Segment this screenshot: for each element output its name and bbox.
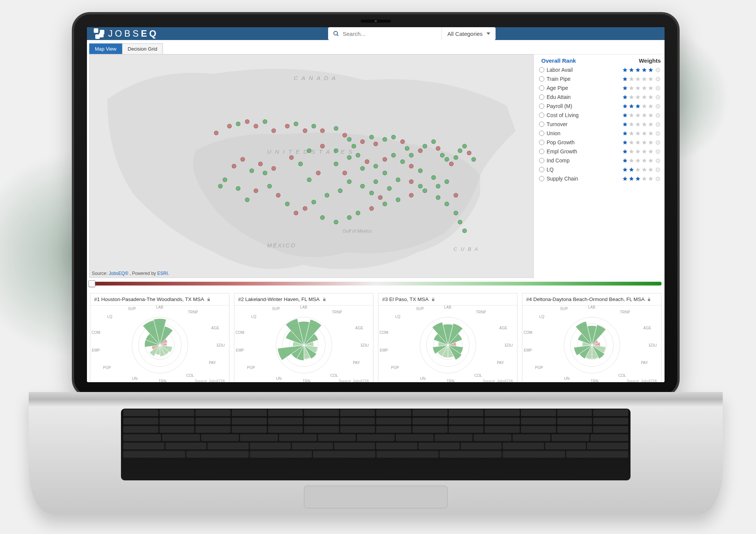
star-icon[interactable] — [641, 149, 647, 154]
metric-stars[interactable] — [622, 140, 654, 145]
map-point[interactable] — [289, 155, 294, 160]
star-icon[interactable] — [641, 131, 647, 136]
map-point[interactable] — [245, 119, 249, 124]
star-icon[interactable] — [635, 67, 641, 73]
star-icon[interactable] — [629, 158, 634, 164]
remove-metric-icon[interactable] — [655, 67, 661, 73]
star-icon[interactable] — [641, 113, 647, 118]
result-card[interactable]: #1 Houston-Pasadena-The Woodlands, TX MS… — [90, 293, 229, 382]
map-point[interactable] — [303, 128, 307, 133]
star-icon[interactable] — [648, 67, 654, 73]
remove-metric-icon[interactable] — [655, 176, 661, 182]
metric-radio[interactable] — [539, 167, 544, 172]
star-icon[interactable] — [629, 113, 634, 118]
star-icon[interactable] — [641, 140, 647, 145]
metric-stars[interactable] — [622, 122, 654, 127]
map-point[interactable] — [369, 135, 374, 139]
map-point[interactable] — [383, 171, 387, 175]
star-icon[interactable] — [629, 140, 634, 145]
star-icon[interactable] — [648, 140, 654, 145]
map-point[interactable] — [245, 198, 249, 202]
map-point[interactable] — [227, 124, 232, 128]
metric-stars[interactable] — [622, 67, 654, 73]
star-icon[interactable] — [622, 67, 628, 73]
search-box[interactable] — [328, 27, 442, 40]
map-point[interactable] — [378, 195, 383, 200]
star-icon[interactable] — [635, 113, 641, 118]
map-point[interactable] — [471, 157, 476, 162]
star-icon[interactable] — [629, 76, 634, 82]
remove-metric-icon[interactable] — [655, 76, 661, 82]
star-icon[interactable] — [622, 167, 628, 173]
result-card[interactable]: #2 Lakeland-Winter Haven, FL MSALABTRNPA… — [234, 293, 373, 382]
star-icon[interactable] — [648, 176, 654, 182]
star-icon[interactable] — [635, 149, 641, 154]
star-icon[interactable] — [622, 176, 628, 182]
map-point[interactable] — [409, 193, 414, 198]
star-icon[interactable] — [641, 176, 647, 182]
star-icon[interactable] — [641, 167, 647, 173]
map-point[interactable] — [334, 126, 338, 131]
lock-icon[interactable] — [206, 297, 211, 302]
lock-icon[interactable] — [647, 297, 651, 302]
map-point[interactable] — [276, 193, 280, 198]
map-point[interactable] — [423, 144, 427, 148]
metric-radio[interactable] — [539, 131, 544, 136]
map-point[interactable] — [423, 188, 427, 193]
metric-radio[interactable] — [539, 140, 544, 145]
map-point[interactable] — [400, 139, 405, 144]
map-point[interactable] — [311, 124, 316, 128]
star-icon[interactable] — [641, 94, 647, 100]
metric-stars[interactable] — [622, 103, 654, 109]
star-icon[interactable] — [622, 103, 628, 109]
lock-icon[interactable] — [322, 297, 327, 302]
map-point[interactable] — [307, 148, 311, 153]
map-point[interactable] — [232, 164, 236, 168]
star-icon[interactable] — [622, 140, 628, 145]
map-point[interactable] — [436, 195, 440, 200]
map-point[interactable] — [436, 146, 440, 151]
metric-stars[interactable] — [622, 158, 654, 164]
star-icon[interactable] — [648, 76, 654, 82]
map-point[interactable] — [391, 153, 396, 157]
map-point[interactable] — [316, 171, 321, 175]
star-icon[interactable] — [622, 85, 628, 91]
map-point[interactable] — [409, 153, 414, 157]
star-icon[interactable] — [622, 94, 628, 100]
star-icon[interactable] — [629, 67, 634, 73]
star-icon[interactable] — [648, 158, 654, 164]
map-point[interactable] — [263, 171, 267, 175]
map-point[interactable] — [396, 198, 400, 202]
star-icon[interactable] — [641, 122, 647, 127]
map-point[interactable] — [285, 124, 290, 128]
map-point[interactable] — [418, 148, 423, 153]
star-icon[interactable] — [641, 76, 647, 82]
remove-metric-icon[interactable] — [655, 167, 661, 173]
star-icon[interactable] — [629, 149, 634, 154]
remove-metric-icon[interactable] — [655, 113, 661, 118]
star-icon[interactable] — [648, 113, 654, 118]
result-card[interactable]: #3 El Paso, TX MSALABTRNPAGEEDUPAYCOLTRN… — [378, 293, 517, 382]
map-point[interactable] — [285, 202, 290, 206]
star-icon[interactable] — [629, 85, 634, 91]
map-point[interactable] — [334, 148, 338, 153]
map-point[interactable] — [214, 131, 218, 135]
star-icon[interactable] — [648, 149, 654, 154]
star-icon[interactable] — [635, 167, 641, 173]
star-icon[interactable] — [635, 122, 641, 127]
map-point[interactable] — [325, 193, 329, 198]
map-point[interactable] — [405, 146, 409, 151]
map-point[interactable] — [334, 220, 338, 224]
map-point[interactable] — [271, 128, 276, 133]
search-input[interactable] — [342, 31, 437, 37]
star-icon[interactable] — [622, 149, 628, 154]
lock-icon[interactable] — [431, 297, 435, 302]
metric-radio[interactable] — [539, 122, 544, 127]
star-icon[interactable] — [635, 94, 641, 100]
category-select[interactable]: All Categories — [442, 27, 495, 40]
star-icon[interactable] — [641, 85, 647, 91]
metric-stars[interactable] — [622, 85, 654, 91]
star-icon[interactable] — [635, 131, 641, 136]
star-icon[interactable] — [622, 158, 628, 164]
map-point[interactable] — [347, 155, 352, 160]
